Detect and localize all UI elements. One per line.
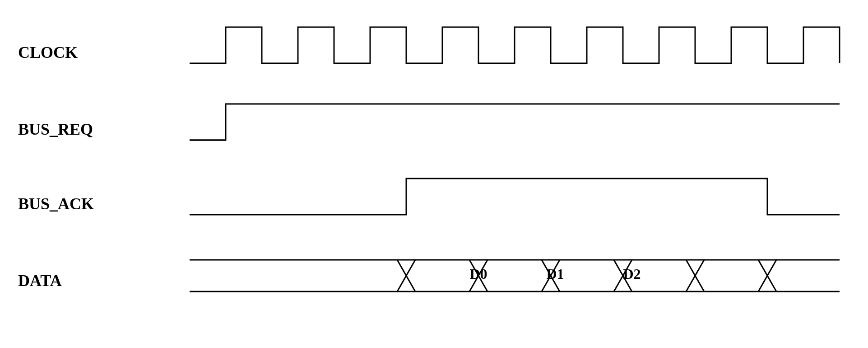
data-label: DATA (18, 271, 62, 290)
timing-diagram: CLOCK BUS_REQ BUS_ACK DATA D0 (0, 0, 868, 348)
svg-text:D1: D1 (546, 266, 564, 282)
bus-req-waveform (190, 95, 849, 154)
clock-waveform (190, 18, 849, 77)
bus-ack-waveform (190, 169, 849, 228)
bus-req-label: BUS_REQ (18, 120, 93, 139)
clock-label: CLOCK (18, 43, 78, 62)
bus-ack-label: BUS_ACK (18, 194, 94, 213)
svg-text:D0: D0 (469, 266, 487, 282)
data-waveform: D0 D1 D2 (190, 246, 849, 305)
svg-text:D2: D2 (623, 266, 641, 282)
